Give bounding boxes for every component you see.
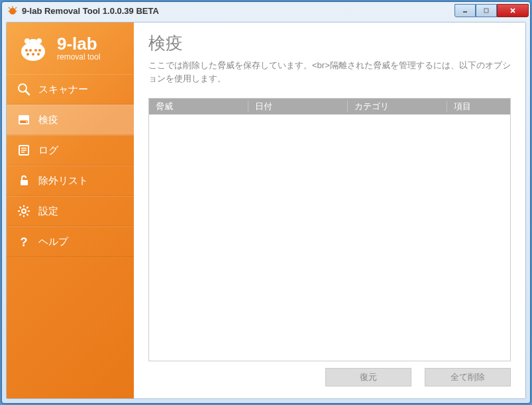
sidebar-item-scanner[interactable]: スキャナー bbox=[7, 74, 134, 105]
svg-rect-30 bbox=[21, 180, 28, 185]
sidebar-item-label: 検疫 bbox=[38, 114, 58, 126]
minimize-button[interactable] bbox=[454, 4, 476, 17]
log-icon bbox=[17, 144, 30, 157]
svg-point-15 bbox=[29, 49, 32, 52]
content-header: 検疫 ここでは削除した脅威を保存しています。<br>隔離された脅威を管理するには… bbox=[134, 22, 525, 93]
svg-rect-7 bbox=[484, 9, 488, 13]
svg-line-3 bbox=[15, 7, 17, 9]
sidebar: 9-lab removal tool スキャナー 検疫 bbox=[7, 22, 134, 398]
sidebar-item-exclusions[interactable]: 除外リスト bbox=[7, 165, 134, 196]
svg-line-37 bbox=[27, 214, 28, 215]
restore-button[interactable]: 復元 bbox=[325, 368, 411, 386]
svg-point-0 bbox=[9, 8, 16, 15]
table-header: 脅威 日付 カテゴリ 項目 bbox=[149, 99, 510, 114]
svg-rect-13 bbox=[30, 39, 36, 44]
gear-icon bbox=[17, 204, 30, 218]
close-icon bbox=[509, 7, 517, 15]
app-icon bbox=[7, 5, 18, 16]
svg-point-25 bbox=[26, 121, 27, 122]
window-title: 9-lab Removal Tool 1.0.0.39 BETA bbox=[22, 6, 454, 16]
page-description: ここでは削除した脅威を保存しています。<br>隔離された脅威を管理するには、以下… bbox=[148, 59, 511, 85]
col-item[interactable]: 項目 bbox=[447, 101, 510, 112]
svg-line-38 bbox=[20, 214, 21, 215]
footer-buttons: 復元 全て削除 bbox=[134, 368, 525, 398]
svg-point-12 bbox=[36, 38, 42, 44]
col-category[interactable]: カテゴリ bbox=[348, 101, 447, 112]
svg-point-17 bbox=[38, 49, 41, 52]
app-body: 9-lab removal tool スキャナー 検疫 bbox=[6, 22, 526, 399]
svg-point-11 bbox=[25, 38, 30, 44]
svg-point-10 bbox=[21, 42, 45, 61]
logo-brand: 9-lab bbox=[57, 35, 100, 52]
delete-all-button[interactable]: 全て削除 bbox=[425, 368, 511, 386]
titlebar[interactable]: 9-lab Removal Tool 1.0.0.39 BETA bbox=[2, 2, 530, 19]
svg-point-19 bbox=[32, 53, 34, 56]
sidebar-item-quarantine[interactable]: 検疫 bbox=[7, 105, 134, 135]
unlock-icon bbox=[17, 174, 30, 187]
svg-text:?: ? bbox=[21, 236, 28, 248]
logo: 9-lab removal tool bbox=[7, 34, 134, 74]
svg-point-14 bbox=[25, 49, 28, 52]
svg-point-31 bbox=[22, 209, 26, 213]
nav: スキャナー 検疫 ログ bbox=[7, 74, 134, 257]
svg-point-20 bbox=[37, 53, 40, 56]
minimize-icon bbox=[462, 7, 468, 14]
close-button[interactable] bbox=[497, 4, 529, 17]
magnifier-icon bbox=[17, 83, 30, 96]
maximize-button[interactable] bbox=[476, 4, 497, 17]
sidebar-item-help[interactable]: ? ヘルプ bbox=[7, 226, 134, 257]
svg-line-39 bbox=[27, 207, 28, 208]
bug-logo-icon bbox=[16, 34, 50, 62]
logo-subtitle: removal tool bbox=[57, 52, 100, 62]
svg-line-22 bbox=[26, 91, 29, 95]
logo-text: 9-lab removal tool bbox=[57, 35, 100, 62]
col-threat[interactable]: 脅威 bbox=[149, 101, 248, 112]
svg-line-2 bbox=[9, 7, 10, 9]
help-icon: ? bbox=[17, 235, 30, 248]
sidebar-item-label: ヘルプ bbox=[38, 236, 68, 248]
sidebar-item-settings[interactable]: 設定 bbox=[7, 196, 134, 226]
page-title: 検疫 bbox=[148, 32, 511, 55]
quarantine-table: 脅威 日付 カテゴリ 項目 bbox=[148, 98, 511, 361]
svg-point-18 bbox=[27, 53, 29, 56]
table-body[interactable] bbox=[149, 114, 510, 361]
maximize-icon bbox=[483, 7, 490, 14]
sidebar-item-label: ログ bbox=[38, 144, 58, 157]
app-window: 9-lab Removal Tool 1.0.0.39 BETA bbox=[1, 1, 531, 404]
sidebar-item-label: 設定 bbox=[38, 205, 58, 218]
drive-icon bbox=[17, 113, 30, 126]
svg-line-36 bbox=[20, 207, 21, 208]
sidebar-item-logs[interactable]: ログ bbox=[7, 135, 134, 165]
svg-point-16 bbox=[34, 49, 37, 52]
col-date[interactable]: 日付 bbox=[248, 101, 348, 112]
titlebar-buttons bbox=[454, 4, 529, 17]
sidebar-item-label: スキャナー bbox=[38, 83, 88, 96]
content: 検疫 ここでは削除した脅威を保存しています。<br>隔離された脅威を管理するには… bbox=[134, 22, 525, 398]
sidebar-item-label: 除外リスト bbox=[38, 175, 88, 187]
